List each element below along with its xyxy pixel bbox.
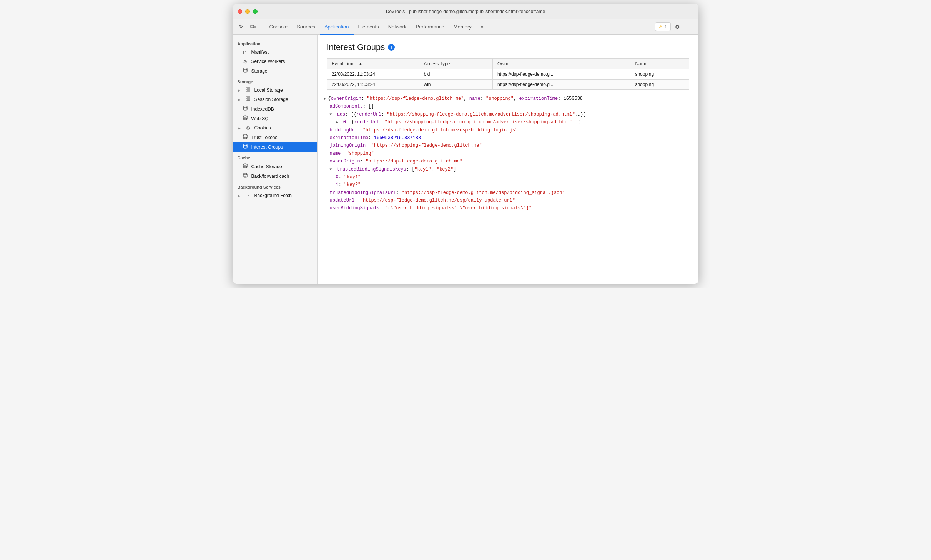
gear-icon: ⚙: [242, 59, 248, 65]
sidebar-item-local-storage[interactable]: ▶ Local Storage: [233, 86, 317, 95]
tab-memory[interactable]: Memory: [449, 20, 476, 35]
sidebar-item-label: IndexedDB: [251, 106, 274, 112]
sidebar-item-interest-groups[interactable]: Interest Groups: [233, 142, 317, 152]
maximize-button[interactable]: [253, 9, 258, 14]
svg-rect-4: [248, 88, 250, 89]
sidebar-item-indexeddb[interactable]: IndexedDB: [233, 104, 317, 114]
json-line: expirationTime: 1650538216.837188: [324, 134, 692, 142]
sidebar-item-web-sql[interactable]: Web SQL: [233, 114, 317, 123]
db-icon: [242, 163, 248, 170]
close-button[interactable]: [238, 9, 242, 14]
sidebar-item-label: Manifest: [251, 50, 269, 55]
json-line: updateUrl: "https://dsp-fledge-demo.glit…: [324, 197, 692, 204]
cell-name: shopping: [630, 69, 689, 80]
svg-rect-6: [248, 90, 250, 91]
tab-elements[interactable]: Elements: [354, 20, 384, 35]
col-owner[interactable]: Owner: [492, 59, 630, 69]
titlebar: DevTools - publisher-fledge-demo.glitch.…: [233, 4, 698, 19]
json-line: 1: "key2": [324, 181, 692, 189]
sidebar-item-session-storage[interactable]: ▶ Session Storage: [233, 95, 317, 104]
svg-point-16: [243, 173, 247, 175]
sidebar-item-background-fetch[interactable]: ▶ ↑ Background Fetch: [233, 191, 317, 200]
sidebar-item-label: Cache Storage: [251, 164, 282, 169]
tab-console[interactable]: Console: [265, 20, 293, 35]
json-line: userBiddingSignals: "{\"user_bidding_sig…: [324, 204, 692, 212]
json-line: joiningOrigin: "https://shopping-fledge-…: [324, 142, 692, 149]
svg-point-11: [243, 106, 247, 108]
sidebar-item-service-workers[interactable]: ⚙ Service Workers: [233, 57, 317, 66]
svg-rect-7: [246, 97, 248, 98]
sidebar-item-manifest[interactable]: 🗋 Manifest: [233, 48, 317, 57]
sidebar-section-application: Application: [233, 38, 317, 48]
warning-badge[interactable]: ⚠ 1: [655, 22, 671, 31]
json-line: adComponents: []: [324, 103, 692, 110]
json-detail-section[interactable]: ▼{ownerOrigin: "https://dsp-fledge-demo.…: [318, 90, 698, 284]
grid-icon: [245, 96, 251, 103]
sidebar-item-label: Background Fetch: [254, 193, 292, 198]
svg-rect-9: [246, 99, 248, 101]
json-line: ▶ 0: {renderUrl: "https://shopping-fledg…: [324, 118, 692, 126]
svg-rect-1: [254, 26, 255, 28]
sidebar-item-label: Interest Groups: [251, 144, 283, 150]
json-line: ▼{ownerOrigin: "https://dsp-fledge-demo.…: [324, 95, 692, 103]
grid-icon: [245, 87, 251, 93]
db-icon: [242, 144, 248, 150]
col-event-time[interactable]: Event Time ▲: [327, 59, 419, 69]
svg-point-13: [243, 134, 247, 136]
cell-event-time: 22/03/2022, 11:03:24: [327, 80, 419, 90]
tab-sources[interactable]: Sources: [292, 20, 320, 35]
tab-network[interactable]: Network: [384, 20, 411, 35]
sidebar-item-trust-tokens[interactable]: Trust Tokens: [233, 133, 317, 142]
sidebar-item-label: Session Storage: [254, 97, 288, 102]
info-icon[interactable]: i: [388, 44, 395, 51]
db-icon: [242, 173, 248, 179]
json-line: ▼ ads: [{renderUrl: "https://shopping-fl…: [324, 111, 692, 118]
cursor-tool-button[interactable]: [236, 22, 247, 32]
more-options-button[interactable]: ⋮: [685, 22, 695, 32]
tab-performance[interactable]: Performance: [411, 20, 449, 35]
expand-triangle[interactable]: ▼: [330, 166, 334, 173]
arrow-icon: ▶: [238, 194, 242, 198]
sidebar-item-label: Web SQL: [251, 116, 271, 121]
cell-access-type: bid: [419, 69, 492, 80]
sidebar-item-cookies[interactable]: ▶ ⚙ Cookies: [233, 123, 317, 133]
sidebar-item-label: Back/forward cach: [251, 174, 289, 179]
col-access-type[interactable]: Access Type: [419, 59, 492, 69]
svg-rect-3: [246, 88, 248, 89]
svg-point-2: [243, 68, 247, 70]
expand-triangle[interactable]: ▼: [330, 111, 334, 118]
toolbar-right: ⚠ 1 ⚙ ⋮: [655, 22, 695, 32]
col-name[interactable]: Name: [630, 59, 689, 69]
sidebar-item-cache-storage[interactable]: Cache Storage: [233, 162, 317, 171]
upload-icon: ↑: [245, 193, 251, 199]
toolbar: Console Sources Application Elements Net…: [233, 19, 698, 35]
warning-count: 1: [665, 24, 667, 30]
sidebar-item-label: Cookies: [254, 125, 271, 131]
db-icon: [242, 134, 248, 141]
sidebar-item-label: Storage: [251, 68, 268, 74]
traffic-lights: [238, 9, 258, 14]
table-row[interactable]: 22/03/2022, 11:03:24 win https://dsp-fle…: [327, 80, 689, 90]
expand-triangle[interactable]: ▶: [336, 119, 340, 126]
device-toggle-button[interactable]: [248, 22, 258, 32]
sidebar-section-background: Background Services: [233, 181, 317, 191]
cell-name: shopping: [630, 80, 689, 90]
cell-event-time: 22/03/2022, 11:03:24: [327, 69, 419, 80]
table-row[interactable]: 22/03/2022, 11:03:24 bid https://dsp-fle…: [327, 69, 689, 80]
tab-application[interactable]: Application: [320, 20, 354, 35]
tab-more[interactable]: »: [476, 20, 488, 35]
svg-point-15: [243, 164, 247, 165]
svg-rect-5: [246, 90, 248, 91]
minimize-button[interactable]: [245, 9, 250, 14]
sidebar-item-back-forward-cache[interactable]: Back/forward cach: [233, 171, 317, 181]
expand-triangle[interactable]: ▼: [324, 96, 328, 102]
json-line: biddingUrl: "https://dsp-fledge-demo.gli…: [324, 126, 692, 134]
svg-rect-8: [248, 97, 250, 98]
json-line: trustedBiddingSignalsUrl: "https://dsp-f…: [324, 189, 692, 197]
settings-button[interactable]: ⚙: [672, 22, 683, 32]
toolbar-tabs: Console Sources Application Elements Net…: [265, 19, 489, 34]
sidebar-item-storage-app[interactable]: Storage: [233, 66, 317, 76]
db-icon: [242, 115, 248, 122]
table-header-row: Event Time ▲ Access Type Owner Name: [327, 59, 689, 69]
svg-point-14: [243, 144, 247, 146]
